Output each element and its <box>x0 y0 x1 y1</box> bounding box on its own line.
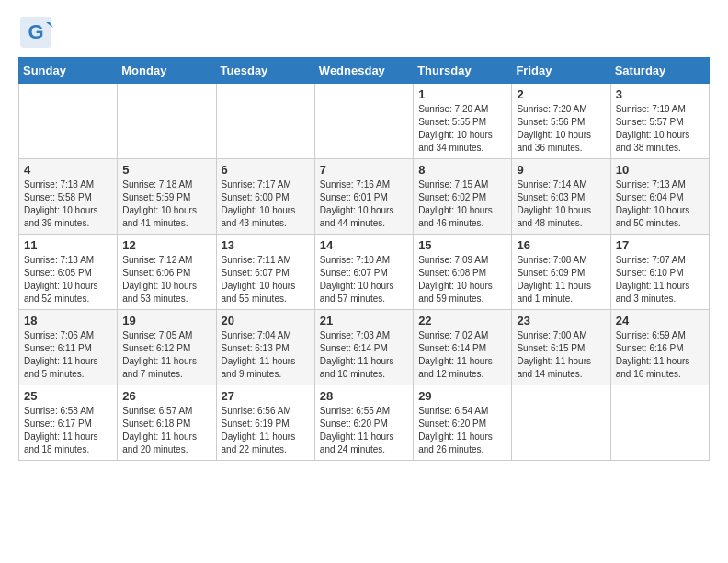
day-info: Sunrise: 7:03 AM Sunset: 6:14 PM Dayligh… <box>320 329 408 381</box>
day-number: 10 <box>616 163 704 177</box>
calendar-cell: 14Sunrise: 7:10 AM Sunset: 6:07 PM Dayli… <box>314 235 413 310</box>
weekday-header-tuesday: Tuesday <box>216 58 314 84</box>
day-info: Sunrise: 6:56 AM Sunset: 6:19 PM Dayligh… <box>222 405 310 456</box>
weekday-header-monday: Monday <box>118 58 216 84</box>
calendar-week-4: 18Sunrise: 7:06 AM Sunset: 6:11 PM Dayli… <box>19 310 710 385</box>
day-info: Sunrise: 7:20 AM Sunset: 5:55 PM Dayligh… <box>418 103 506 155</box>
calendar-cell: 25Sunrise: 6:58 AM Sunset: 6:17 PM Dayli… <box>19 385 118 461</box>
day-number: 9 <box>517 163 605 177</box>
day-info: Sunrise: 7:05 AM Sunset: 6:12 PM Dayligh… <box>122 329 210 381</box>
day-number: 27 <box>222 389 310 403</box>
calendar-cell: 4Sunrise: 7:18 AM Sunset: 5:58 PM Daylig… <box>19 159 118 235</box>
calendar-cell: 13Sunrise: 7:11 AM Sunset: 6:07 PM Dayli… <box>216 235 314 310</box>
day-info: Sunrise: 6:54 AM Sunset: 6:20 PM Dayligh… <box>418 405 506 456</box>
calendar-cell <box>118 84 216 159</box>
day-number: 16 <box>517 238 605 252</box>
day-info: Sunrise: 6:57 AM Sunset: 6:18 PM Dayligh… <box>122 405 210 456</box>
calendar-cell: 29Sunrise: 6:54 AM Sunset: 6:20 PM Dayli… <box>414 385 512 461</box>
calendar-cell: 2Sunrise: 7:20 AM Sunset: 5:56 PM Daylig… <box>512 84 610 159</box>
day-number: 29 <box>418 389 506 403</box>
calendar-cell: 18Sunrise: 7:06 AM Sunset: 6:11 PM Dayli… <box>19 310 118 385</box>
calendar-cell: 1Sunrise: 7:20 AM Sunset: 5:55 PM Daylig… <box>414 84 512 159</box>
day-number: 15 <box>418 238 506 252</box>
logo: G <box>18 15 53 50</box>
calendar-table: SundayMondayTuesdayWednesdayThursdayFrid… <box>18 57 710 461</box>
calendar-cell: 15Sunrise: 7:09 AM Sunset: 6:08 PM Dayli… <box>414 235 512 310</box>
calendar-cell: 22Sunrise: 7:02 AM Sunset: 6:14 PM Dayli… <box>414 310 512 385</box>
day-number: 17 <box>616 238 704 252</box>
calendar-cell: 21Sunrise: 7:03 AM Sunset: 6:14 PM Dayli… <box>314 310 413 385</box>
calendar-week-1: 1Sunrise: 7:20 AM Sunset: 5:55 PM Daylig… <box>19 84 710 159</box>
weekday-header-wednesday: Wednesday <box>314 58 413 84</box>
calendar-week-3: 11Sunrise: 7:13 AM Sunset: 6:05 PM Dayli… <box>19 235 710 310</box>
day-info: Sunrise: 7:07 AM Sunset: 6:10 PM Dayligh… <box>616 254 704 305</box>
day-info: Sunrise: 7:13 AM Sunset: 6:04 PM Dayligh… <box>616 178 704 230</box>
calendar-cell: 11Sunrise: 7:13 AM Sunset: 6:05 PM Dayli… <box>19 235 118 310</box>
calendar-cell: 6Sunrise: 7:17 AM Sunset: 6:00 PM Daylig… <box>216 159 314 235</box>
day-info: Sunrise: 7:11 AM Sunset: 6:07 PM Dayligh… <box>222 254 310 305</box>
logo-icon: G <box>18 15 53 50</box>
calendar-cell: 17Sunrise: 7:07 AM Sunset: 6:10 PM Dayli… <box>610 235 709 310</box>
calendar-cell: 16Sunrise: 7:08 AM Sunset: 6:09 PM Dayli… <box>512 235 610 310</box>
weekday-header-saturday: Saturday <box>610 58 709 84</box>
day-number: 22 <box>418 314 506 327</box>
day-number: 13 <box>222 238 310 252</box>
day-info: Sunrise: 7:16 AM Sunset: 6:01 PM Dayligh… <box>320 178 408 230</box>
day-info: Sunrise: 7:00 AM Sunset: 6:15 PM Dayligh… <box>517 329 605 381</box>
day-info: Sunrise: 6:59 AM Sunset: 6:16 PM Dayligh… <box>616 329 704 381</box>
calendar-cell: 10Sunrise: 7:13 AM Sunset: 6:04 PM Dayli… <box>610 159 709 235</box>
calendar-cell <box>19 84 118 159</box>
day-number: 14 <box>320 238 408 252</box>
day-info: Sunrise: 7:17 AM Sunset: 6:00 PM Dayligh… <box>222 178 310 230</box>
day-number: 5 <box>122 163 210 177</box>
calendar-cell: 19Sunrise: 7:05 AM Sunset: 6:12 PM Dayli… <box>118 310 216 385</box>
day-number: 21 <box>320 314 408 327</box>
day-number: 25 <box>24 389 112 403</box>
day-info: Sunrise: 7:20 AM Sunset: 5:56 PM Dayligh… <box>517 103 605 155</box>
day-info: Sunrise: 7:09 AM Sunset: 6:08 PM Dayligh… <box>418 254 506 305</box>
day-number: 23 <box>517 314 605 327</box>
calendar-cell: 20Sunrise: 7:04 AM Sunset: 6:13 PM Dayli… <box>216 310 314 385</box>
day-info: Sunrise: 7:04 AM Sunset: 6:13 PM Dayligh… <box>222 329 310 381</box>
calendar-cell: 27Sunrise: 6:56 AM Sunset: 6:19 PM Dayli… <box>216 385 314 461</box>
day-info: Sunrise: 7:06 AM Sunset: 6:11 PM Dayligh… <box>24 329 112 381</box>
day-info: Sunrise: 7:14 AM Sunset: 6:03 PM Dayligh… <box>517 178 605 230</box>
day-number: 18 <box>24 314 112 327</box>
calendar-week-2: 4Sunrise: 7:18 AM Sunset: 5:58 PM Daylig… <box>19 159 710 235</box>
day-number: 28 <box>320 389 408 403</box>
day-number: 8 <box>418 163 506 177</box>
calendar-cell: 7Sunrise: 7:16 AM Sunset: 6:01 PM Daylig… <box>314 159 413 235</box>
calendar-cell: 28Sunrise: 6:55 AM Sunset: 6:20 PM Dayli… <box>314 385 413 461</box>
day-info: Sunrise: 7:13 AM Sunset: 6:05 PM Dayligh… <box>24 254 112 305</box>
weekday-header-sunday: Sunday <box>19 58 118 84</box>
day-info: Sunrise: 7:08 AM Sunset: 6:09 PM Dayligh… <box>517 254 605 305</box>
day-info: Sunrise: 7:19 AM Sunset: 5:57 PM Dayligh… <box>616 103 704 155</box>
day-info: Sunrise: 6:55 AM Sunset: 6:20 PM Dayligh… <box>320 405 408 456</box>
day-info: Sunrise: 7:12 AM Sunset: 6:06 PM Dayligh… <box>122 254 210 305</box>
day-number: 24 <box>616 314 704 327</box>
calendar-cell <box>216 84 314 159</box>
calendar-cell: 23Sunrise: 7:00 AM Sunset: 6:15 PM Dayli… <box>512 310 610 385</box>
calendar-cell <box>610 385 709 461</box>
day-number: 20 <box>222 314 310 327</box>
day-number: 1 <box>418 87 506 101</box>
day-info: Sunrise: 7:15 AM Sunset: 6:02 PM Dayligh… <box>418 178 506 230</box>
calendar-cell: 26Sunrise: 6:57 AM Sunset: 6:18 PM Dayli… <box>118 385 216 461</box>
day-number: 12 <box>122 238 210 252</box>
page-header: G <box>18 15 710 50</box>
svg-text:G: G <box>28 20 43 43</box>
day-number: 7 <box>320 163 408 177</box>
calendar-week-5: 25Sunrise: 6:58 AM Sunset: 6:17 PM Dayli… <box>19 385 710 461</box>
day-number: 19 <box>122 314 210 327</box>
day-number: 11 <box>24 238 112 252</box>
day-info: Sunrise: 7:18 AM Sunset: 5:59 PM Dayligh… <box>122 178 210 230</box>
calendar-cell: 3Sunrise: 7:19 AM Sunset: 5:57 PM Daylig… <box>610 84 709 159</box>
weekday-header-thursday: Thursday <box>414 58 512 84</box>
day-info: Sunrise: 7:02 AM Sunset: 6:14 PM Dayligh… <box>418 329 506 381</box>
day-number: 26 <box>122 389 210 403</box>
calendar-cell: 9Sunrise: 7:14 AM Sunset: 6:03 PM Daylig… <box>512 159 610 235</box>
calendar-cell: 12Sunrise: 7:12 AM Sunset: 6:06 PM Dayli… <box>118 235 216 310</box>
calendar-cell: 5Sunrise: 7:18 AM Sunset: 5:59 PM Daylig… <box>118 159 216 235</box>
calendar-cell <box>512 385 610 461</box>
calendar-cell: 24Sunrise: 6:59 AM Sunset: 6:16 PM Dayli… <box>610 310 709 385</box>
